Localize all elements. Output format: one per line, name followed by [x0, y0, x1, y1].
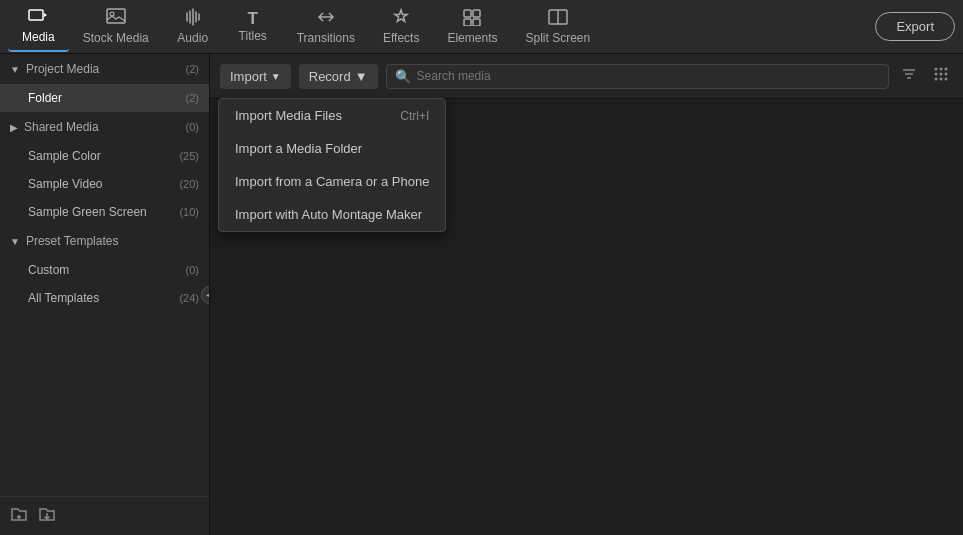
main-layout: ▼ Project Media (2) Folder (2) ▶ Shared … [0, 54, 963, 535]
grid-view-icon[interactable] [929, 62, 953, 90]
sample-green-screen-label: Sample Green Screen [28, 205, 175, 219]
svg-point-20 [935, 78, 938, 81]
folder-count: (2) [186, 92, 199, 104]
media-icon [28, 7, 48, 28]
content-area: Import ▼ Record ▼ 🔍 [210, 54, 963, 535]
svg-point-18 [940, 73, 943, 76]
effects-icon [391, 8, 411, 29]
import-button[interactable]: Import ▼ [220, 64, 291, 89]
svg-rect-6 [473, 19, 480, 26]
nav-item-transitions[interactable]: Transitions [283, 2, 369, 51]
import-chevron-icon: ▼ [271, 71, 281, 82]
sample-video-count: (20) [179, 178, 199, 190]
svg-point-14 [935, 68, 938, 71]
custom-label: Custom [28, 263, 182, 277]
nav-label-audio: Audio [177, 31, 208, 45]
nav-label-stock-media: Stock Media [83, 31, 149, 45]
sidebar-item-all-templates[interactable]: All Templates (24) [0, 284, 209, 312]
nav-label-effects: Effects [383, 31, 419, 45]
import-label: Import [230, 69, 267, 84]
svg-point-17 [935, 73, 938, 76]
nav-item-titles[interactable]: T Titles [223, 4, 283, 49]
custom-count: (0) [186, 264, 199, 276]
titles-icon: T [248, 10, 258, 27]
sample-green-screen-count: (10) [179, 206, 199, 218]
nav-item-effects[interactable]: Effects [369, 2, 433, 51]
arrow-preset-templates: ▼ [10, 236, 20, 247]
arrow-project-media: ▼ [10, 64, 20, 75]
arrow-shared-media: ▶ [10, 122, 18, 133]
dropdown-item-import-media-files[interactable]: Import Media Files Ctrl+I [219, 99, 445, 132]
sample-color-label: Sample Color [28, 149, 175, 163]
svg-point-22 [945, 78, 948, 81]
sidebar: ▼ Project Media (2) Folder (2) ▶ Shared … [0, 54, 210, 535]
import-auto-montage-label: Import with Auto Montage Maker [235, 207, 422, 222]
sidebar-section-shared-media: ▶ Shared Media (0) Sample Color (25) Sam… [0, 112, 209, 226]
nav-item-split-screen[interactable]: Split Screen [511, 2, 604, 51]
svg-rect-4 [473, 10, 480, 17]
new-folder-icon[interactable] [10, 505, 28, 527]
search-bar: 🔍 [386, 64, 889, 89]
sample-color-count: (25) [179, 150, 199, 162]
sidebar-section-preset-templates: ▼ Preset Templates Custom (0) All Templa… [0, 226, 209, 312]
svg-point-19 [945, 73, 948, 76]
sidebar-section-project-media: ▼ Project Media (2) Folder (2) [0, 54, 209, 112]
nav-label-titles: Titles [239, 29, 267, 43]
shared-media-label: Shared Media [24, 120, 182, 134]
dropdown-item-import-media-folder[interactable]: Import a Media Folder [219, 132, 445, 165]
dropdown-item-import-auto-montage[interactable]: Import with Auto Montage Maker [219, 198, 445, 231]
stock-media-icon [106, 8, 126, 29]
import-camera-label: Import from a Camera or a Phone [235, 174, 429, 189]
search-input[interactable] [417, 69, 880, 83]
svg-rect-3 [464, 10, 471, 17]
audio-icon [184, 8, 202, 29]
filter-icon[interactable] [897, 62, 921, 90]
svg-point-15 [940, 68, 943, 71]
dropdown-item-import-camera[interactable]: Import from a Camera or a Phone [219, 165, 445, 198]
top-nav: Media Stock Media Audio T Titles Transi [0, 0, 963, 54]
sidebar-item-custom[interactable]: Custom (0) [0, 256, 209, 284]
nav-label-elements: Elements [447, 31, 497, 45]
svg-point-16 [945, 68, 948, 71]
all-templates-label: All Templates [28, 291, 175, 305]
svg-rect-0 [29, 10, 43, 20]
nav-label-transitions: Transitions [297, 31, 355, 45]
sidebar-item-sample-green-screen[interactable]: Sample Green Screen (10) [0, 198, 209, 226]
sidebar-item-folder[interactable]: Folder (2) [0, 84, 209, 112]
sidebar-section-header-preset-templates[interactable]: ▼ Preset Templates [0, 226, 209, 256]
svg-rect-1 [107, 9, 125, 23]
sidebar-section-header-project-media[interactable]: ▼ Project Media (2) [0, 54, 209, 84]
record-chevron-icon: ▼ [355, 69, 368, 84]
nav-item-media[interactable]: Media [8, 1, 69, 52]
record-button[interactable]: Record ▼ [299, 64, 378, 89]
import-dropdown-menu: Import Media Files Ctrl+I Import a Media… [218, 98, 446, 232]
import-media-folder-label: Import a Media Folder [235, 141, 362, 156]
nav-label-split-screen: Split Screen [525, 31, 590, 45]
import-media-files-label: Import Media Files [235, 108, 342, 123]
shared-media-count: (0) [186, 121, 199, 133]
toolbar: Import ▼ Record ▼ 🔍 [210, 54, 963, 99]
sample-video-label: Sample Video [28, 177, 175, 191]
svg-rect-5 [464, 19, 471, 26]
export-button[interactable]: Export [875, 12, 955, 41]
svg-point-21 [940, 78, 943, 81]
split-screen-icon [548, 8, 568, 29]
search-icon: 🔍 [395, 69, 411, 84]
import-media-files-shortcut: Ctrl+I [400, 109, 429, 123]
project-media-label: Project Media [26, 62, 182, 76]
import-folder-icon[interactable] [38, 505, 56, 527]
all-templates-count: (24) [179, 292, 199, 304]
nav-item-audio[interactable]: Audio [163, 2, 223, 51]
transitions-icon [316, 8, 336, 29]
elements-icon [462, 8, 482, 29]
nav-item-elements[interactable]: Elements [433, 2, 511, 51]
nav-label-media: Media [22, 30, 55, 44]
sidebar-item-sample-color[interactable]: Sample Color (25) [0, 142, 209, 170]
sidebar-bottom-icons [0, 496, 209, 535]
sidebar-section-header-shared-media[interactable]: ▶ Shared Media (0) [0, 112, 209, 142]
nav-item-stock-media[interactable]: Stock Media [69, 2, 163, 51]
sidebar-item-sample-video[interactable]: Sample Video (20) [0, 170, 209, 198]
project-media-count: (2) [186, 63, 199, 75]
preset-templates-label: Preset Templates [26, 234, 199, 248]
record-label: Record [309, 69, 351, 84]
